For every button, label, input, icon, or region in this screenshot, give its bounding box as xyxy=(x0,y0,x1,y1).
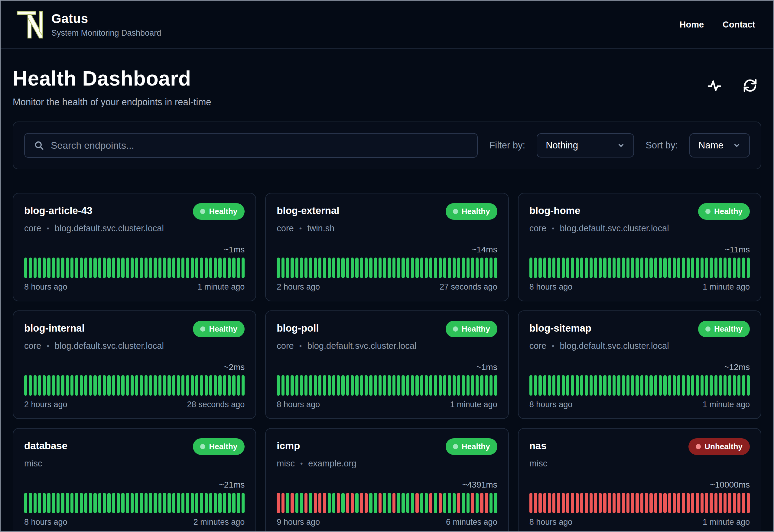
time-range: 8 hours ago 1 minute ago xyxy=(277,400,497,409)
uptime-bars[interactable] xyxy=(529,375,750,396)
unhealthy-bar xyxy=(590,493,593,513)
healthy-bar xyxy=(448,258,451,278)
healthy-bar xyxy=(552,375,555,396)
healthy-bar xyxy=(613,375,616,396)
healthy-bar xyxy=(163,493,166,513)
healthy-bar xyxy=(29,493,32,513)
healthy-bar xyxy=(24,258,27,278)
healthy-bar xyxy=(434,493,437,513)
endpoint-card[interactable]: blog-poll Healthy core • blog.default.sv… xyxy=(265,310,509,419)
time-oldest: 8 hours ago xyxy=(529,400,573,409)
sort-select[interactable]: Name xyxy=(689,133,750,157)
uptime-bars[interactable] xyxy=(529,493,750,513)
healthy-bar xyxy=(154,258,157,278)
healthy-bar xyxy=(728,258,731,278)
healthy-bar xyxy=(191,375,194,396)
healthy-bar xyxy=(98,375,101,396)
healthy-bar xyxy=(351,258,354,278)
endpoint-card[interactable]: blog-internal Healthy core • blog.defaul… xyxy=(13,310,256,419)
healthy-bar xyxy=(733,375,736,396)
healthy-bar xyxy=(218,493,221,513)
healthy-bar xyxy=(295,493,298,513)
time-range: 9 hours ago 6 minutes ago xyxy=(277,517,497,527)
healthy-bar xyxy=(599,375,602,396)
unhealthy-bar xyxy=(429,493,432,513)
time-newest: 2 minutes ago xyxy=(193,517,245,527)
status-badge: Unhealthy xyxy=(688,438,750,455)
healthy-bar xyxy=(590,258,593,278)
endpoint-meta: core • blog.default.svc.cluster.local xyxy=(24,223,245,233)
healthy-bar xyxy=(214,493,217,513)
healthy-bar xyxy=(47,375,50,396)
healthy-bar xyxy=(195,258,198,278)
healthy-bar xyxy=(467,375,470,396)
healthy-bar xyxy=(480,375,483,396)
healthy-bar xyxy=(668,375,671,396)
healthy-bar xyxy=(295,375,298,396)
healthy-bar xyxy=(374,493,377,513)
healthy-bar xyxy=(163,258,166,278)
endpoint-card[interactable]: icmp Healthy misc • example.org ~4391ms … xyxy=(265,428,509,532)
healthy-bar xyxy=(154,375,157,396)
healthy-bar xyxy=(332,258,335,278)
search-box[interactable] xyxy=(24,133,478,158)
latency-value: ~21ms xyxy=(24,480,245,490)
healthy-bar xyxy=(232,258,235,278)
uptime-bars[interactable] xyxy=(24,493,245,513)
healthy-bar xyxy=(172,375,175,396)
uptime-bars[interactable] xyxy=(529,258,750,278)
endpoint-card[interactable]: database Healthy misc • ~21ms 8 hours ag… xyxy=(13,428,256,532)
unhealthy-bar xyxy=(365,493,368,513)
healthy-bar xyxy=(719,258,722,278)
endpoint-host: twin.sh xyxy=(307,223,334,233)
healthy-bar xyxy=(337,258,340,278)
nav-link-home[interactable]: Home xyxy=(679,20,704,30)
endpoint-group: core xyxy=(24,341,41,351)
healthy-bar xyxy=(75,375,78,396)
dot-separator: • xyxy=(300,459,303,468)
healthy-bar xyxy=(228,258,231,278)
nav-link-contact[interactable]: Contact xyxy=(723,20,755,30)
healthy-bar xyxy=(476,375,479,396)
uptime-bars[interactable] xyxy=(277,258,497,278)
time-range: 8 hours ago 1 minute ago xyxy=(529,282,750,292)
endpoint-card[interactable]: blog-sitemap Healthy core • blog.default… xyxy=(518,310,761,419)
status-label: Healthy xyxy=(714,207,743,216)
refresh-icon[interactable] xyxy=(743,78,758,93)
healthy-bar xyxy=(705,375,708,396)
healthy-bar xyxy=(209,493,212,513)
healthy-bar xyxy=(710,258,713,278)
activity-icon[interactable] xyxy=(707,78,722,93)
healthy-bar xyxy=(57,493,60,513)
filter-select[interactable]: Nothing xyxy=(537,133,634,157)
uptime-bars[interactable] xyxy=(24,258,245,278)
endpoint-card[interactable]: blog-article-43 Healthy core • blog.defa… xyxy=(13,193,256,301)
healthy-bar xyxy=(228,493,231,513)
unhealthy-bar xyxy=(677,493,680,513)
page-title: Health Dashboard xyxy=(13,67,211,90)
healthy-bar xyxy=(200,375,203,396)
healthy-bar xyxy=(52,258,55,278)
unhealthy-bar xyxy=(599,493,602,513)
search-input[interactable] xyxy=(51,140,468,151)
healthy-bar xyxy=(75,493,78,513)
uptime-bars[interactable] xyxy=(24,375,245,396)
uptime-bars[interactable] xyxy=(277,375,497,396)
healthy-bar xyxy=(420,375,423,396)
healthy-bar xyxy=(687,258,690,278)
healthy-bar xyxy=(622,375,625,396)
uptime-bars[interactable] xyxy=(277,493,497,513)
endpoint-card[interactable]: nas Unhealthy misc • ~10000ms 8 hours ag… xyxy=(518,428,761,532)
time-oldest: 2 hours ago xyxy=(24,400,67,409)
endpoint-card[interactable]: blog-home Healthy core • blog.default.sv… xyxy=(518,193,761,301)
endpoint-card[interactable]: blog-external Healthy core • twin.sh ~14… xyxy=(265,193,509,301)
healthy-bar xyxy=(415,375,418,396)
healthy-bar xyxy=(613,258,616,278)
healthy-bar xyxy=(714,258,717,278)
healthy-bar xyxy=(696,375,699,396)
healthy-bar xyxy=(29,375,32,396)
healthy-bar xyxy=(242,375,245,396)
brand[interactable]: Gatus System Monitoring Dashboard xyxy=(16,9,161,40)
healthy-bar xyxy=(328,493,331,513)
healthy-bar xyxy=(186,375,189,396)
